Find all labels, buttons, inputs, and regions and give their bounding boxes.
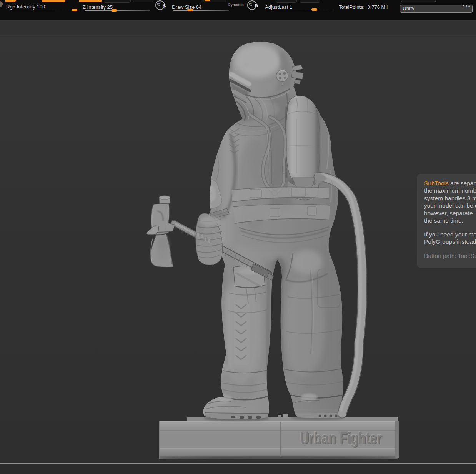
svg-text:Urban Fighter: Urban Fighter — [300, 429, 382, 447]
